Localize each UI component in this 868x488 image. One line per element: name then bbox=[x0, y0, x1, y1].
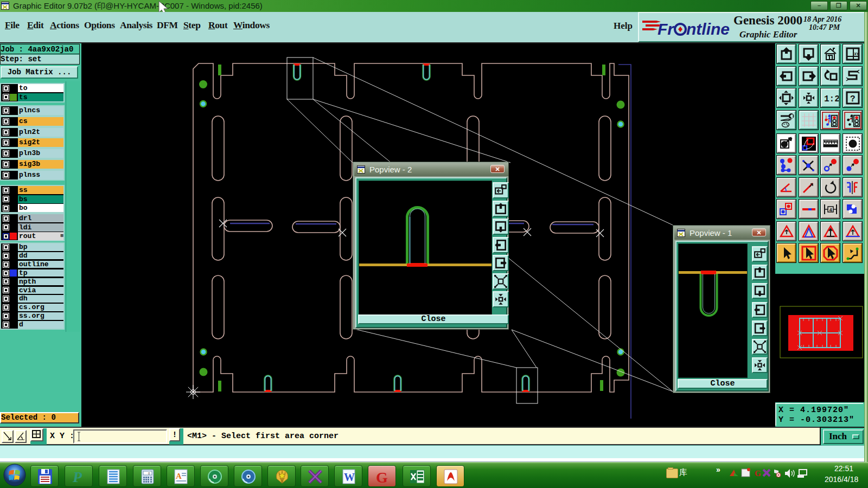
svg-text:XY: XY bbox=[854, 52, 859, 56]
svg-text:Fr: Fr bbox=[658, 20, 675, 38]
svg-text:1:2: 1:2 bbox=[824, 94, 839, 104]
svg-text:?: ? bbox=[850, 94, 856, 104]
svg-text:G: G bbox=[755, 469, 761, 478]
svg-text:ntline: ntline bbox=[686, 20, 730, 38]
svg-text:W: W bbox=[344, 471, 355, 483]
svg-text:A: A bbox=[176, 472, 182, 480]
svg-text:P: P bbox=[72, 468, 82, 485]
svg-text:4: 4 bbox=[829, 208, 833, 213]
svg-text:G: G bbox=[376, 469, 388, 485]
